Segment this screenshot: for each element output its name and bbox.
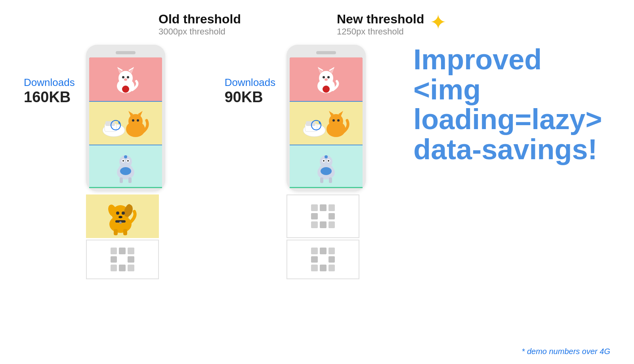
svg-point-27 xyxy=(122,160,124,162)
svg-rect-41 xyxy=(114,229,118,235)
svg-rect-73 xyxy=(329,177,332,183)
svg-point-24 xyxy=(124,155,127,158)
spacer-left xyxy=(24,12,91,37)
old-card-1 xyxy=(89,57,162,101)
improved-line3: data-savings! xyxy=(413,135,610,165)
new-downloads-text: Downloads xyxy=(225,76,276,89)
old-phone-screen xyxy=(89,57,162,188)
old-threshold-unit: Downloads 160KB xyxy=(24,45,165,279)
new-phone-notch xyxy=(316,51,336,54)
svg-point-28 xyxy=(127,160,129,162)
sparkle-icon: ✦ xyxy=(430,10,447,34)
svg-point-19 xyxy=(137,119,139,122)
old-phone-body xyxy=(86,45,165,191)
svg-point-8 xyxy=(124,78,127,81)
svg-rect-29 xyxy=(120,177,123,183)
new-card-2 xyxy=(290,101,363,145)
svg-point-36 xyxy=(116,212,119,215)
new-threshold-header: New threshold 1250px threshold ✦ xyxy=(337,12,487,37)
svg-point-62 xyxy=(337,119,340,122)
svg-point-1 xyxy=(118,71,133,85)
svg-point-9 xyxy=(122,86,129,93)
new-threshold-subtitle: 1250px threshold xyxy=(337,27,424,37)
new-downloads-label-block: Downloads 90KB xyxy=(225,76,276,106)
new-phone-body xyxy=(286,45,366,191)
old-below-phone xyxy=(86,193,165,279)
new-phone-screen xyxy=(290,57,363,188)
svg-point-18 xyxy=(132,119,134,122)
svg-rect-55 xyxy=(306,121,315,126)
new-below-phone xyxy=(286,193,366,279)
old-card-2 xyxy=(89,101,162,145)
svg-point-66 xyxy=(321,167,332,175)
orange-cat-shoe-icon xyxy=(100,105,151,142)
svg-point-52 xyxy=(323,86,330,93)
new-loading-spinner-2 xyxy=(311,248,335,271)
new-card-1 xyxy=(290,57,363,101)
new-phone-section xyxy=(286,45,366,279)
svg-rect-30 xyxy=(128,177,132,183)
yellow-dog-icon xyxy=(99,196,146,236)
svg-point-51 xyxy=(325,78,328,81)
page: Old threshold 3000px threshold New thres… xyxy=(0,0,634,364)
svg-point-58 xyxy=(329,114,343,128)
svg-point-7 xyxy=(127,76,129,78)
svg-point-71 xyxy=(328,160,329,162)
new-loading-spinner-1 xyxy=(311,204,335,228)
improved-section: Improved <img loading=lazy> data-savings… xyxy=(390,45,610,164)
svg-point-40 xyxy=(119,221,122,224)
old-threshold-header: Old threshold 3000px threshold xyxy=(158,12,285,37)
new-card-4 xyxy=(286,194,359,238)
white-cat-icon xyxy=(108,61,143,97)
new-threshold-title: New threshold xyxy=(337,12,424,27)
old-phone-notch xyxy=(116,51,136,54)
old-card-3 xyxy=(89,145,162,188)
old-downloads-text: Downloads xyxy=(24,76,75,89)
old-card-5 xyxy=(86,240,159,279)
demo-note: * demo numbers over 4G xyxy=(522,347,610,356)
svg-rect-42 xyxy=(123,229,127,235)
svg-point-49 xyxy=(323,76,325,78)
svg-point-15 xyxy=(128,114,143,128)
old-downloads-label-block: Downloads 160KB xyxy=(24,76,75,106)
svg-rect-72 xyxy=(320,177,323,183)
new-orange-cat-shoe-icon xyxy=(300,105,352,142)
improved-line2: <img loading=lazy> xyxy=(413,75,610,135)
old-phone-section xyxy=(86,45,165,279)
svg-rect-12 xyxy=(105,121,115,126)
main-content: Downloads 160KB xyxy=(24,45,610,279)
svg-point-38 xyxy=(118,216,122,218)
new-robot-dog-icon xyxy=(308,147,344,186)
new-card-3 xyxy=(290,145,363,188)
svg-point-61 xyxy=(332,119,335,122)
svg-point-67 xyxy=(325,155,328,158)
old-threshold-subtitle: 3000px threshold xyxy=(158,27,225,37)
robot-dog-icon xyxy=(108,147,143,186)
svg-point-37 xyxy=(122,212,125,215)
improved-line1: Improved xyxy=(413,45,610,75)
new-downloads-size: 90KB xyxy=(225,89,263,106)
svg-point-50 xyxy=(327,76,330,78)
old-downloads-size: 160KB xyxy=(24,89,71,106)
svg-point-6 xyxy=(122,76,124,78)
svg-point-44 xyxy=(319,71,333,85)
new-white-cat-icon xyxy=(308,61,344,97)
new-threshold-unit: Downloads 90KB xyxy=(225,45,366,279)
old-threshold-title: Old threshold xyxy=(158,12,241,27)
improved-heading: Improved <img loading=lazy> data-savings… xyxy=(413,45,610,164)
svg-point-23 xyxy=(120,167,131,175)
new-card-5 xyxy=(286,240,359,279)
old-card-4 xyxy=(86,194,159,238)
svg-point-70 xyxy=(323,160,325,162)
header-row: Old threshold 3000px threshold New thres… xyxy=(24,12,610,37)
spacer-mid xyxy=(285,12,305,37)
old-loading-spinner xyxy=(111,248,134,271)
